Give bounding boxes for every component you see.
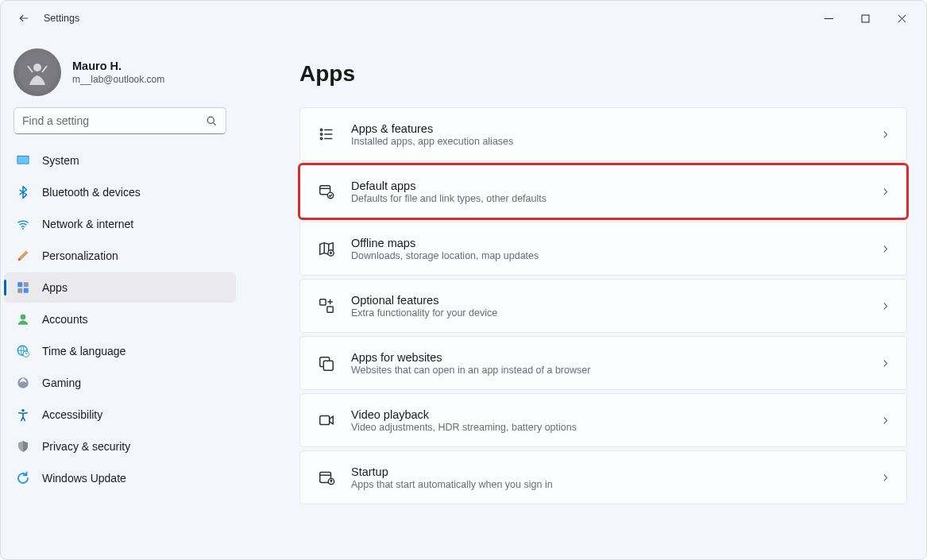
svg-point-20 [21, 409, 25, 412]
sidebar-item-update[interactable]: Windows Update [4, 463, 236, 493]
sidebar-item-label: Windows Update [42, 472, 126, 485]
svg-rect-12 [17, 282, 22, 287]
chevron-right-icon [880, 129, 890, 140]
card-title: Apps & features [351, 122, 880, 135]
back-button[interactable] [12, 6, 36, 30]
maximize-icon [861, 14, 870, 23]
sidebar-item-label: Accessibility [42, 408, 102, 421]
sidebar-item-bluetooth[interactable]: Bluetooth & devices [4, 177, 236, 207]
card-startup[interactable]: Startup Apps that start automatically wh… [299, 450, 907, 504]
svg-point-16 [21, 315, 26, 320]
websites-icon [316, 353, 337, 373]
avatar-image [18, 53, 56, 91]
card-subtitle: Extra functionality for your device [351, 307, 880, 319]
update-icon [15, 470, 31, 486]
card-optional-features[interactable]: Optional features Extra functionality fo… [299, 279, 907, 333]
svg-rect-15 [24, 288, 29, 293]
svg-point-6 [33, 64, 41, 71]
user-block[interactable]: Mauro H. m__lab@outlook.com [1, 42, 239, 107]
svg-rect-14 [17, 288, 22, 293]
features-icon [316, 295, 337, 316]
paintbrush-icon [15, 248, 31, 264]
chevron-right-icon [880, 187, 890, 197]
apps-icon [15, 280, 31, 295]
sidebar-item-label: Personalization [42, 249, 118, 262]
svg-point-5 [18, 53, 56, 91]
svg-point-21 [320, 129, 322, 130]
chevron-right-icon [880, 244, 890, 254]
card-video-playback[interactable]: Video playback Video adjustments, HDR st… [299, 393, 907, 447]
card-subtitle: Defaults for file and link types, other … [351, 193, 880, 204]
card-offline-maps[interactable]: Offline maps Downloads, storage location… [299, 222, 907, 276]
nav: System Bluetooth & devices Network & int… [1, 142, 239, 496]
svg-line-8 [213, 122, 215, 125]
svg-point-25 [320, 137, 322, 139]
svg-rect-36 [320, 416, 330, 425]
maximize-button[interactable] [847, 6, 883, 31]
shield-icon [15, 438, 31, 454]
sidebar-item-system[interactable]: System [4, 145, 236, 176]
list-icon [316, 124, 337, 145]
window-title: Settings [44, 13, 79, 24]
sidebar-item-gaming[interactable]: Gaming [4, 368, 236, 398]
display-icon [15, 153, 31, 168]
chevron-right-icon [880, 358, 890, 369]
page-title: Apps [299, 61, 907, 87]
card-title: Optional features [351, 294, 880, 307]
svg-rect-31 [327, 307, 333, 312]
close-button[interactable] [883, 6, 920, 31]
card-title: Offline maps [351, 237, 880, 249]
title-bar: Settings [1, 1, 926, 36]
sidebar-item-time[interactable]: Time & language [4, 336, 236, 366]
person-icon [15, 311, 31, 327]
sidebar-item-label: Gaming [42, 377, 81, 389]
card-subtitle: Installed apps, app execution aliases [351, 136, 880, 147]
card-title: Apps for websites [351, 351, 880, 364]
sidebar-item-personalization[interactable]: Personalization [4, 241, 236, 271]
avatar [14, 48, 61, 96]
sidebar-item-label: Network & internet [42, 218, 133, 230]
svg-rect-2 [862, 15, 869, 22]
minimize-icon [825, 14, 833, 23]
svg-rect-30 [320, 299, 326, 305]
sidebar-item-label: System [42, 154, 79, 167]
settings-window: Settings [0, 0, 927, 560]
card-title: Startup [351, 465, 880, 478]
search-icon [206, 115, 218, 127]
user-email: m__lab@outlook.com [72, 74, 164, 85]
svg-point-7 [207, 117, 214, 123]
chevron-right-icon [880, 301, 890, 311]
gaming-icon [15, 375, 31, 391]
card-subtitle: Websites that can open in an app instead… [351, 365, 880, 376]
close-icon [898, 14, 906, 23]
card-subtitle: Apps that start automatically when you s… [351, 479, 880, 490]
sidebar-item-label: Bluetooth & devices [42, 186, 141, 199]
map-icon [316, 238, 337, 259]
sidebar-item-label: Time & language [42, 345, 126, 357]
wifi-icon [15, 216, 31, 232]
svg-rect-10 [17, 156, 29, 164]
main-content: Apps Apps & features Installed apps, app… [239, 36, 926, 559]
sidebar-item-privacy[interactable]: Privacy & security [4, 431, 236, 462]
startup-icon [316, 467, 337, 488]
accessibility-icon [15, 407, 31, 423]
search-input[interactable] [22, 114, 206, 127]
window-controls [810, 6, 920, 31]
card-apps-websites[interactable]: Apps for websites Websites that can open… [299, 336, 907, 390]
search-box[interactable] [14, 107, 226, 134]
bluetooth-icon [15, 184, 31, 200]
sidebar-item-accounts[interactable]: Accounts [4, 304, 236, 334]
globe-clock-icon [15, 343, 31, 359]
chevron-right-icon [880, 473, 890, 483]
sidebar: Mauro H. m__lab@outlook.com Syste [1, 36, 239, 559]
sidebar-item-network[interactable]: Network & internet [4, 209, 236, 239]
card-title: Default apps [351, 180, 880, 192]
card-default-apps[interactable]: Default apps Defaults for file and link … [299, 164, 907, 218]
minimize-button[interactable] [810, 6, 847, 31]
sidebar-item-accessibility[interactable]: Accessibility [4, 400, 236, 430]
card-apps-features[interactable]: Apps & features Installed apps, app exec… [299, 107, 907, 161]
video-icon [316, 410, 337, 431]
svg-point-11 [22, 228, 24, 230]
sidebar-item-apps[interactable]: Apps [4, 272, 236, 303]
sidebar-item-label: Privacy & security [42, 440, 130, 453]
